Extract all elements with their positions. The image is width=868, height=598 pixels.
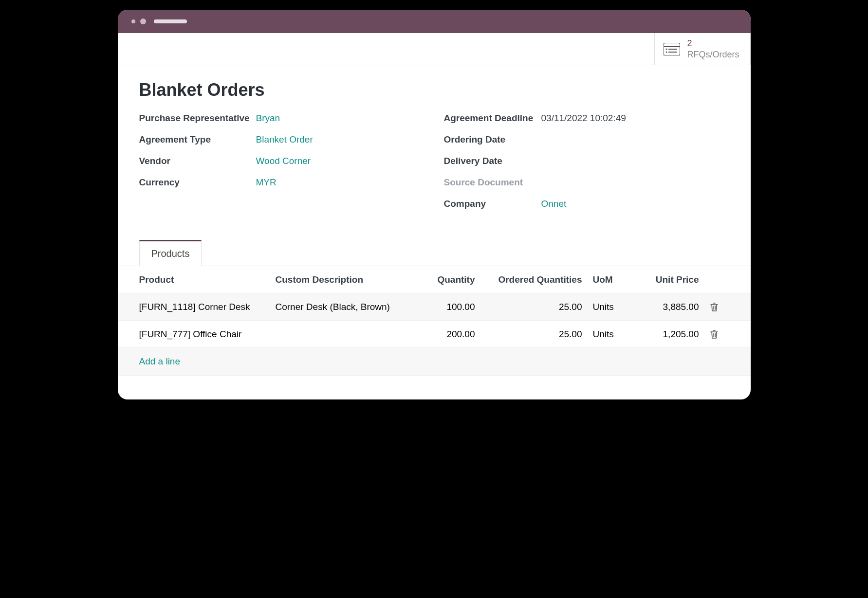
app-window: 2 RFQs/Orders Blanket Orders Purchase Re… [118,10,751,399]
cell-price: 3,885.00 [626,302,699,312]
left-column: Purchase Representative Bryan Agreement … [139,113,425,220]
label-source-document: Source Document [444,177,541,188]
tab-strip: Products [118,239,751,266]
table-footer-pad [118,375,751,399]
tab-products[interactable]: Products [139,240,202,266]
page-title: Blanket Orders [139,80,729,100]
col-uom: UoM [582,274,626,285]
cell-uom: Units [582,302,626,312]
window-dot[interactable] [140,18,146,24]
label-delivery-date: Delivery Date [444,156,541,166]
products-table: Product Custom Description Quantity Orde… [118,266,751,399]
trash-icon[interactable] [710,329,719,339]
stat-text: 2 RFQs/Orders [687,38,739,60]
label-vendor: Vendor [139,156,256,166]
table-header: Product Custom Description Quantity Orde… [118,266,751,293]
list-icon [664,43,680,55]
label-purchase-rep: Purchase Representative [139,113,256,124]
field-grid: Purchase Representative Bryan Agreement … [139,113,729,220]
col-qty: Quantity [412,274,475,285]
window-bar [154,19,187,23]
col-desc: Custom Description [276,274,412,285]
value-currency[interactable]: MYR [256,177,277,188]
value-purchase-rep[interactable]: Bryan [256,113,280,124]
cell-product: [FURN_1118] Corner Desk [139,302,276,312]
stat-label: RFQs/Orders [687,49,739,60]
table-row[interactable]: [FURN_1118] Corner Desk Corner Desk (Bla… [118,293,751,321]
trash-icon[interactable] [710,302,719,312]
cell-ordered: 25.00 [475,329,582,340]
value-agreement-type[interactable]: Blanket Order [256,134,313,145]
cell-price: 1,205.00 [626,329,699,340]
label-ordering-date: Ordering Date [444,134,541,145]
add-line-label: Add a line [139,356,181,367]
col-price: Unit Price [626,274,699,285]
add-line-button[interactable]: Add a line [118,348,751,375]
toolbar: 2 RFQs/Orders [118,33,751,65]
svg-point-4 [666,51,667,53]
label-currency: Currency [139,177,256,188]
cell-desc: Corner Desk (Black, Brown) [276,302,412,312]
window-controls [131,18,187,24]
cell-product: [FURN_777] Office Chair [139,329,276,340]
right-column: Agreement Deadline 03/11/2022 10:02:49 O… [444,113,729,220]
form-content: Blanket Orders Purchase Representative B… [118,65,751,225]
label-agreement-type: Agreement Type [139,134,256,145]
col-ordered: Ordered Quantities [475,274,582,285]
label-company: Company [444,199,541,209]
value-company[interactable]: Onnet [541,199,567,209]
value-vendor[interactable]: Wood Corner [256,156,311,166]
col-product: Product [139,274,276,285]
cell-qty: 100.00 [412,302,475,312]
table-row[interactable]: [FURN_777] Office Chair 200.00 25.00 Uni… [118,321,751,348]
label-agreement-deadline: Agreement Deadline [444,113,541,124]
stat-count: 2 [687,38,739,49]
window-dot[interactable] [131,19,135,23]
rfq-orders-stat-button[interactable]: 2 RFQs/Orders [654,33,750,65]
value-agreement-deadline[interactable]: 03/11/2022 10:02:49 [541,113,626,124]
cell-uom: Units [582,329,626,340]
svg-point-2 [666,48,667,50]
cell-qty: 200.00 [412,329,475,340]
cell-ordered: 25.00 [475,302,582,312]
window-titlebar [118,10,751,33]
